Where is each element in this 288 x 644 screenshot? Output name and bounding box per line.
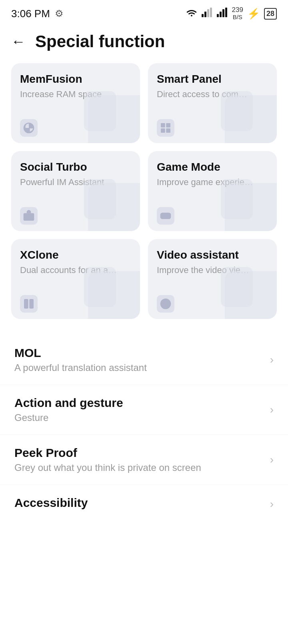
card-bg-decoration2 xyxy=(221,267,253,307)
list-item-peek-proof[interactable]: Peek Proof Grey out what you think is pr… xyxy=(0,435,288,485)
list-item-peek-proof-title: Peek Proof xyxy=(14,446,201,460)
chevron-icon: › xyxy=(270,453,274,466)
chevron-icon: › xyxy=(270,498,274,510)
page-title: Special function xyxy=(35,32,165,51)
svg-rect-18 xyxy=(24,299,28,309)
svg-rect-3 xyxy=(210,8,212,17)
features-grid: MemFusion Increase RAM space Smart Panel… xyxy=(0,63,288,331)
smart-panel-icon xyxy=(157,119,174,137)
svg-rect-4 xyxy=(217,14,219,17)
signal-icon xyxy=(202,8,213,20)
list-item-mol-text: MOL A powerful translation assistant xyxy=(14,346,147,373)
svg-rect-19 xyxy=(29,299,34,309)
back-button[interactable]: ← xyxy=(11,34,26,49)
card-social-turbo-title: Social Turbo xyxy=(20,161,131,173)
svg-rect-9 xyxy=(166,123,170,128)
list-item-action-gesture-subtitle: Gesture xyxy=(14,412,123,423)
status-left: 3:06 PM ⚙ xyxy=(11,8,64,20)
svg-point-17 xyxy=(168,216,170,217)
list-item-mol[interactable]: MOL A powerful translation assistant › xyxy=(0,335,288,385)
status-bar: 3:06 PM ⚙ xyxy=(0,0,288,24)
battery-indicator: 28 xyxy=(264,8,277,20)
card-memfusion[interactable]: MemFusion Increase RAM space xyxy=(11,63,140,143)
svg-rect-7 xyxy=(225,8,227,17)
list-item-action-gesture[interactable]: Action and gesture Gesture › xyxy=(0,385,288,435)
svg-rect-10 xyxy=(161,128,165,133)
wifi-icon xyxy=(186,8,198,20)
card-bg-decoration2 xyxy=(84,267,116,307)
svg-rect-11 xyxy=(166,128,170,133)
status-right: 239 B/S ⚡ 28 xyxy=(186,6,277,20)
svg-rect-6 xyxy=(222,9,224,17)
card-bg-decoration2 xyxy=(221,91,253,131)
card-bg-decoration2 xyxy=(221,179,253,219)
settings-icon[interactable]: ⚙ xyxy=(55,8,64,19)
charging-icon: ⚡ xyxy=(247,8,260,20)
svg-rect-5 xyxy=(220,12,222,17)
card-memfusion-title: MemFusion xyxy=(20,73,131,86)
chevron-icon: › xyxy=(270,353,274,366)
list-item-accessibility[interactable]: Accessibility › xyxy=(0,485,288,523)
svg-rect-8 xyxy=(161,123,165,128)
network-speed: 239 B/S xyxy=(232,6,243,20)
card-smart-panel-title: Smart Panel xyxy=(157,73,268,86)
game-mode-icon xyxy=(157,207,174,225)
chevron-icon: › xyxy=(270,403,274,416)
time-display: 3:06 PM xyxy=(11,8,50,20)
card-video-assistant[interactable]: Video assistant Improve the video vie… xyxy=(148,239,277,319)
svg-rect-2 xyxy=(207,9,209,17)
list-item-peek-proof-text: Peek Proof Grey out what you think is pr… xyxy=(14,446,201,473)
social-turbo-icon xyxy=(20,207,38,225)
svg-rect-12 xyxy=(24,213,34,221)
video-assistant-icon xyxy=(157,295,174,313)
memfusion-icon xyxy=(20,119,38,137)
card-social-turbo[interactable]: Social Turbo Powerful IM Assistant xyxy=(11,151,140,231)
list-item-peek-proof-subtitle: Grey out what you think is private on sc… xyxy=(14,462,201,473)
card-video-assistant-title: Video assistant xyxy=(157,249,268,261)
card-game-mode[interactable]: Game Mode Improve game experie… xyxy=(148,151,277,231)
card-xclone-title: XClone xyxy=(20,249,131,261)
card-game-mode-title: Game Mode xyxy=(157,161,268,173)
list-section: MOL A powerful translation assistant › A… xyxy=(0,331,288,527)
svg-rect-0 xyxy=(202,14,204,17)
list-item-accessibility-title: Accessibility xyxy=(14,496,88,510)
card-smart-panel[interactable]: Smart Panel Direct access to com… xyxy=(148,63,277,143)
svg-point-16 xyxy=(167,215,168,216)
list-item-mol-title: MOL xyxy=(14,346,147,360)
card-xclone[interactable]: XClone Dual accounts for an a… xyxy=(11,239,140,319)
xclone-icon xyxy=(20,295,38,313)
card-bg-decoration2 xyxy=(84,91,116,131)
card-bg-decoration2 xyxy=(84,179,116,219)
list-item-mol-subtitle: A powerful translation assistant xyxy=(14,362,147,373)
page-header: ← Special function xyxy=(0,24,288,63)
list-item-action-gesture-title: Action and gesture xyxy=(14,396,123,410)
svg-rect-1 xyxy=(204,12,206,17)
signal-icon-2 xyxy=(217,8,228,20)
list-item-action-gesture-text: Action and gesture Gesture xyxy=(14,396,123,423)
list-item-accessibility-text: Accessibility xyxy=(14,496,88,512)
